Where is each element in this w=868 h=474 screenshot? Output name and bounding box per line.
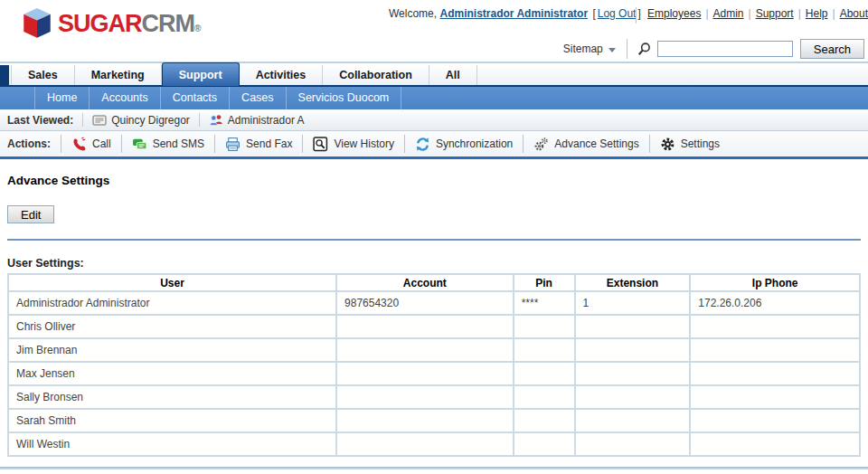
page-title: Advance Settings [7,174,109,187]
subnav-item-servicios-duocom[interactable]: Servicios Duocom [286,87,402,109]
action-label: Send SMS [153,137,204,150]
table-cell: **** [514,291,575,315]
table-cell [690,432,860,456]
logout-link[interactable]: Log Out [598,7,637,20]
header: SUGARCRM® Welcome, Administrador Adminis… [0,0,868,63]
sugarcrm-logo[interactable]: SUGARCRM® [24,8,200,39]
action-synchronization[interactable]: Synchronization [415,137,513,152]
logo-crm: CRM [142,10,195,37]
table-cell [514,432,575,456]
divider [82,113,83,127]
table-cell [575,432,691,456]
divider [523,135,524,153]
table-cell [575,315,691,338]
module-tabs: Sales Marketing Support Activities Colla… [11,62,477,85]
table-cell [336,362,514,385]
action-send-fax[interactable]: Send Fax [225,137,292,152]
chevron-down-icon [609,48,616,52]
table-cell: 987654320 [336,291,514,315]
divider [649,135,650,153]
support-link[interactable]: Support [756,7,794,20]
separator: | [749,7,751,20]
subnav-item-home[interactable]: Home [34,87,89,109]
table-cell: Will Westin [8,432,336,456]
table-cell: Max Jensen [8,362,336,385]
table-cell [514,362,575,385]
divider [404,135,405,153]
current-user-link[interactable]: Administrador Administrator [439,7,588,20]
column-header-pin: Pin [514,274,575,291]
fax-icon [225,137,241,152]
search-button[interactable]: Search [800,39,864,59]
table-row: Chris Olliver [8,315,860,338]
divider [214,135,215,153]
search-input[interactable] [657,41,793,57]
logo-registered-mark: ® [194,24,200,33]
edit-button[interactable]: Edit [7,205,54,223]
top-links: Employees|Admin|Support|Help|About [636,7,868,24]
action-view-history[interactable]: View History [313,137,393,152]
column-header-ip-phone: Ip Phone [690,274,860,291]
column-header-extension: Extension [575,274,691,291]
last-viewed-item-label: Quincy Digregor [111,114,190,127]
table-cell [575,409,691,432]
about-link[interactable]: About [840,7,868,20]
subnav-item-cases[interactable]: Cases [229,87,285,109]
last-viewed-item-administrador-a[interactable]: Administrador A [209,113,305,128]
table-cell: Administrador Administrator [8,291,336,315]
action-settings[interactable]: Settings [660,137,720,152]
table-cell [336,409,514,432]
table-cell: Chris Olliver [8,315,336,338]
table-cell [336,315,514,338]
tab-collaboration[interactable]: Collaboration [323,65,429,85]
page: SUGARCRM® Welcome, Administrador Adminis… [0,0,868,474]
help-link[interactable]: Help [806,7,828,20]
view-history-icon [313,137,328,152]
section-divider [7,239,861,241]
separator: | [833,7,835,20]
table-cell [690,315,860,338]
user-settings-table: User Account Pin Extension Ip Phone Admi… [7,273,861,457]
logout-bracket-open: [ [592,7,595,20]
welcome-bar: Welcome, Administrador Administrator [Lo… [389,7,643,20]
action-advance-settings[interactable]: Advance Settings [533,137,638,152]
tab-sales[interactable]: Sales [11,65,75,85]
table-cell [690,362,860,385]
action-call[interactable]: Call [71,137,111,152]
tab-marketing[interactable]: Marketing [75,65,162,85]
actions-bar: Actions: Call Send SMS [0,131,868,159]
actions-label: Actions: [7,137,51,150]
table-cell [690,385,860,409]
divider [302,135,303,153]
table-row: Sarah Smith [8,409,860,432]
table-cell: 1 [575,291,691,315]
tab-activities[interactable]: Activities [240,65,324,85]
subnav-item-accounts[interactable]: Accounts [89,87,159,109]
subnav-item-contacts[interactable]: Contacts [160,87,229,109]
table-cell [575,385,691,409]
last-viewed-bar: Last Viewed: Quincy Digregor Administrad… [0,109,868,131]
table-cell [514,409,575,432]
last-viewed-item-quincy-digregor[interactable]: Quincy Digregor [92,113,190,128]
last-viewed-label: Last Viewed: [7,114,73,127]
contact-card-icon [92,113,107,128]
employees-link[interactable]: Employees [647,7,701,20]
table-cell [514,315,575,338]
tab-support[interactable]: Support [162,62,240,86]
table-cell [336,385,514,409]
table-cell: Sally Bronsen [8,385,336,409]
action-label: Settings [681,137,720,150]
table-row: Sally Bronsen [8,385,860,409]
action-send-sms[interactable]: Send SMS [132,137,204,152]
sitemap-dropdown[interactable]: Sitemap [563,43,616,55]
table-cell [575,362,691,385]
action-label: Advance Settings [554,137,638,150]
table-header-row: User Account Pin Extension Ip Phone [8,274,860,291]
divider [61,135,61,153]
admin-link[interactable]: Admin [713,7,744,20]
tab-all[interactable]: All [429,65,477,85]
logo-text: SUGARCRM® [58,12,200,36]
phone-icon [71,137,87,152]
table-row: Max Jensen [8,362,860,385]
table-cell: 172.26.0.206 [690,291,860,315]
